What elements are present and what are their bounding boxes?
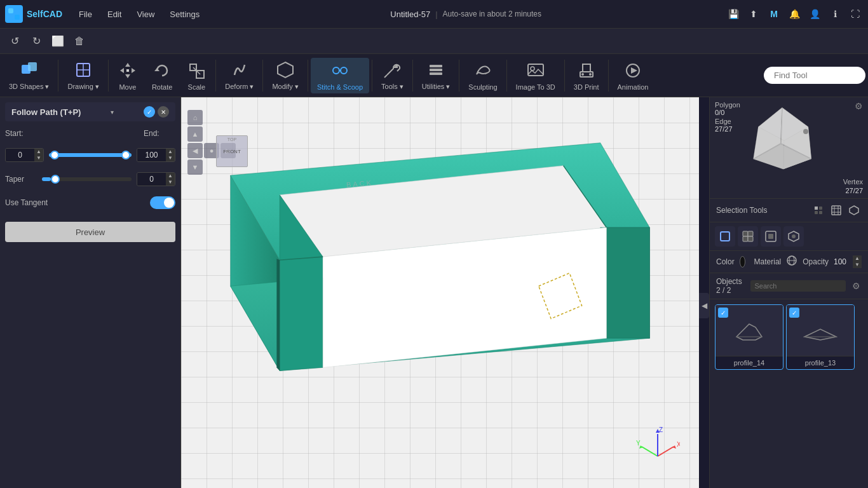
- view-settings-btn[interactable]: ⚙: [855, 101, 863, 111]
- color-swatch[interactable]: [740, 256, 745, 268]
- tool-deform[interactable]: Deform ▾: [219, 57, 260, 93]
- save-icon-btn[interactable]: 💾: [726, 6, 741, 22]
- menu-view[interactable]: View: [130, 7, 161, 22]
- svg-marker-79: [804, 329, 836, 340]
- taper-slider[interactable]: [42, 177, 132, 181]
- slider-thumb-start[interactable]: [50, 151, 59, 159]
- nav-home-btn[interactable]: ⌂: [187, 110, 203, 125]
- viewport-nav-top: ⌂: [187, 110, 236, 125]
- tool-animation[interactable]: Animation: [611, 58, 655, 93]
- tool-3d-shapes[interactable]: 3D Shapes ▾: [3, 57, 55, 93]
- start-spin-up[interactable]: ▲: [34, 149, 43, 155]
- svg-point-27: [531, 67, 534, 71]
- svg-rect-55: [815, 207, 818, 210]
- vertex-stat: Vertex 27/27: [843, 178, 863, 194]
- tool-sculpting[interactable]: Sculpting: [462, 58, 503, 93]
- tool-utilities[interactable]: Utilities ▾: [416, 57, 457, 93]
- preview-button[interactable]: Preview: [5, 222, 175, 242]
- tool-deform-label: Deform ▾: [225, 83, 254, 91]
- slider-thumb-end[interactable]: [121, 151, 130, 159]
- orient-cube-top-label: TOP: [227, 137, 236, 142]
- collapse-left-panel[interactable]: ◀: [699, 293, 709, 318]
- tool-move[interactable]: Move: [111, 58, 144, 93]
- tool-3d-print[interactable]: 3D Print: [567, 58, 606, 93]
- menu-edit[interactable]: Edit: [101, 7, 128, 22]
- sel-mode-2[interactable]: [738, 226, 758, 247]
- taper-input[interactable]: [137, 173, 166, 186]
- main-content: Follow Path (T+P) ▾ ✓ ✕ Start: End: ▲ ▼: [0, 97, 868, 488]
- start-end-slider[interactable]: [49, 153, 132, 157]
- svg-rect-0: [8, 8, 13, 13]
- material-icon[interactable]: [786, 255, 797, 269]
- expand-icon-btn[interactable]: ⛶: [848, 6, 863, 22]
- tool-modify[interactable]: Modify ▾: [266, 57, 304, 93]
- view-cube-3d[interactable]: [764, 123, 815, 173]
- svg-marker-47: [672, 445, 676, 449]
- svg-line-22: [384, 75, 387, 78]
- object-card-profile-14[interactable]: ✓ profile_14: [715, 304, 783, 370]
- polygon-value: 0/0: [715, 109, 740, 116]
- sel-mode-1[interactable]: [715, 226, 735, 247]
- undo-button[interactable]: ↺: [5, 32, 24, 51]
- start-spin-down[interactable]: ▼: [34, 155, 43, 161]
- info-icon-btn[interactable]: ℹ: [827, 6, 843, 22]
- panel-dropdown-arrow[interactable]: ▾: [111, 109, 114, 116]
- tool-rotate[interactable]: Rotate: [146, 58, 179, 93]
- share-icon-btn[interactable]: ⬆: [746, 6, 761, 22]
- svg-text:Y: Y: [636, 440, 641, 447]
- tool-scale-label: Scale: [188, 83, 206, 91]
- nav-down-btn[interactable]: ▼: [187, 159, 203, 175]
- trash-button[interactable]: 🗑: [70, 32, 89, 51]
- taper-slider-thumb[interactable]: [51, 175, 60, 184]
- taper-spin-up[interactable]: ▲: [166, 173, 175, 179]
- sculpting-icon: [473, 60, 493, 81]
- viewport[interactable]: ⌂ ▲ ◀ ● ▶ ▼ TOP FRONT BACK: [181, 97, 699, 488]
- tool-tools[interactable]: Tools ▾: [375, 57, 410, 93]
- sel-icon-2[interactable]: [829, 203, 844, 218]
- sel-mode-4[interactable]: [783, 226, 804, 247]
- tool-image-to-3d[interactable]: Image To 3D: [510, 58, 562, 93]
- top-menubar: SelfCAD File Edit View Settings Untitled…: [0, 0, 868, 29]
- panel-close-btn[interactable]: ✕: [158, 106, 169, 118]
- monitor-button[interactable]: ⬜: [48, 32, 67, 51]
- toggle-knob: [164, 198, 174, 208]
- svg-line-49: [642, 447, 658, 456]
- tool-3d-shapes-label: 3D Shapes ▾: [9, 83, 49, 91]
- m-icon-btn[interactable]: M: [766, 6, 782, 22]
- bell-icon-btn[interactable]: 🔔: [787, 6, 802, 22]
- end-input[interactable]: [137, 149, 166, 161]
- svg-rect-2: [8, 15, 13, 20]
- panel-confirm-btn[interactable]: ✓: [144, 106, 155, 118]
- start-input[interactable]: [6, 149, 34, 161]
- menu-file[interactable]: File: [72, 7, 98, 22]
- menu-settings[interactable]: Settings: [163, 7, 206, 22]
- right-panel: Polygon 0/0 Edge 27/27 ⚙ Vertex 27/27: [709, 97, 868, 488]
- svg-marker-14: [154, 68, 159, 71]
- tool-drawing[interactable]: Drawing ▾: [61, 57, 105, 93]
- nav-up-btn[interactable]: ▲: [187, 126, 203, 142]
- cube: [770, 118, 797, 165]
- user-icon-btn[interactable]: 👤: [807, 6, 822, 22]
- sel-icon-3[interactable]: [846, 203, 862, 218]
- svg-point-19: [333, 67, 339, 74]
- opacity-label: Opacity: [803, 257, 829, 266]
- sel-mode-3[interactable]: [761, 226, 781, 247]
- opacity-spin-up[interactable]: ▲: [853, 255, 862, 262]
- redo-button[interactable]: ↻: [27, 32, 46, 51]
- tool-scale[interactable]: Scale: [180, 58, 213, 93]
- object-card-profile-13[interactable]: ✓ profile_13: [786, 304, 855, 370]
- use-tangent-toggle[interactable]: [150, 196, 175, 209]
- svg-point-31: [589, 73, 592, 76]
- find-tool-input[interactable]: [764, 67, 865, 84]
- svg-rect-71: [768, 234, 773, 239]
- end-spin-up[interactable]: ▲: [166, 149, 175, 155]
- taper-spin-down[interactable]: ▼: [166, 179, 175, 186]
- objects-settings-btn[interactable]: ⚙: [851, 278, 862, 294]
- sel-icon-1[interactable]: [811, 203, 826, 218]
- svg-marker-12: [132, 68, 135, 73]
- tool-stitch-scoop[interactable]: Stitch & Scoop: [311, 58, 369, 93]
- objects-search-input[interactable]: [750, 280, 846, 292]
- end-spin-down[interactable]: ▼: [166, 155, 175, 161]
- opacity-spin-down[interactable]: ▼: [853, 262, 862, 268]
- nav-left-btn[interactable]: ◀: [187, 143, 203, 158]
